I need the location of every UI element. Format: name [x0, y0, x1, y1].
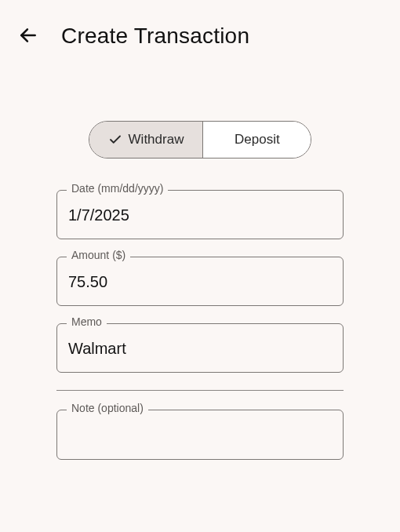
deposit-label: Deposit [235, 132, 280, 148]
date-field[interactable]: Date (mm/dd/yyyy) 1/7/2025 [56, 190, 344, 239]
memo-label: Memo [67, 316, 107, 327]
arrow-left-icon [18, 25, 38, 48]
date-label: Date (mm/dd/yyyy) [67, 183, 168, 194]
back-button[interactable] [14, 22, 42, 50]
page-title: Create Transaction [61, 24, 249, 49]
note-value [68, 426, 332, 445]
note-label: Note (optional) [67, 403, 148, 414]
amount-field[interactable]: Amount ($) 75.50 [56, 257, 344, 306]
deposit-toggle[interactable]: Deposit [202, 122, 311, 158]
check-icon [108, 133, 122, 147]
memo-field[interactable]: Memo Walmart [56, 323, 344, 373]
withdraw-toggle[interactable]: Withdraw [89, 122, 203, 158]
header: Create Transaction [0, 0, 400, 50]
divider [56, 390, 344, 391]
segmented-control: Withdraw Deposit [89, 121, 312, 159]
withdraw-label: Withdraw [129, 132, 184, 148]
memo-value: Walmart [68, 340, 332, 358]
transaction-type-toggle: Withdraw Deposit [56, 121, 344, 159]
amount-value: 75.50 [68, 273, 332, 291]
date-value: 1/7/2025 [68, 206, 332, 224]
amount-label: Amount ($) [67, 250, 130, 261]
note-field[interactable]: Note (optional) [56, 410, 344, 460]
form-content: Withdraw Deposit Date (mm/dd/yyyy) 1/7/2… [0, 121, 400, 460]
